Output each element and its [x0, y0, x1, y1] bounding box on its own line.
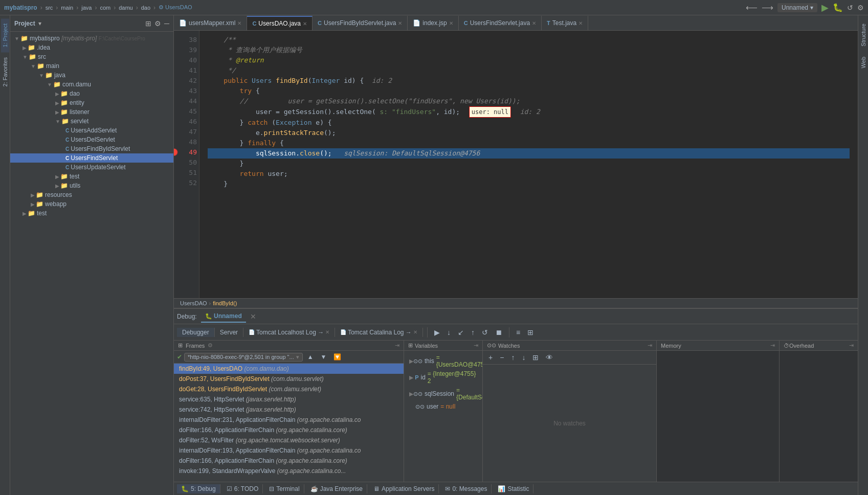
step-into-btn[interactable]: ↙	[455, 327, 466, 338]
settings-icon2[interactable]: ⚙	[154, 19, 161, 28]
tree-usersadd[interactable]: C UsersAddServlet	[10, 126, 173, 135]
tree-usersdel[interactable]: C UsersDelServlet	[10, 135, 173, 144]
close-usersdao-icon[interactable]: ✕	[303, 21, 307, 27]
tab-usersfind[interactable]: C UsersFindServlet.java ✕	[459, 16, 542, 30]
tree-main[interactable]: ▼ 📁 main	[10, 61, 173, 71]
close-findbyid-icon[interactable]: ✕	[398, 20, 402, 26]
var-this[interactable]: ▶ ⊙⊙ this = {UsersDAO@4753}	[404, 353, 482, 369]
debug-tab-unnamed[interactable]: 🐛 Unnamed	[201, 310, 246, 323]
copy-watch-btn[interactable]: ⊞	[530, 352, 541, 363]
tree-entity[interactable]: ▶ 📁 entity	[10, 98, 173, 107]
frame-item-0[interactable]: findById:49, UsersDAO (com.damu.dao)	[174, 364, 404, 374]
debug-run-button[interactable]: 🐛	[833, 3, 843, 12]
appservers-label: Application Servers	[382, 485, 434, 492]
tab-usersdao[interactable]: C UsersDAO.java ✕	[247, 16, 313, 30]
expand-sqlsession-icon[interactable]: ▶	[409, 391, 413, 397]
sidebar-item-favorites[interactable]: 2: Favorites	[1, 52, 9, 92]
status-terminal[interactable]: ⊟ Terminal	[265, 484, 304, 493]
profile-dropdown[interactable]: Unnamed ▾	[777, 3, 817, 12]
tab-tomcat-localhost[interactable]: 📄 Tomcat Localhost Log → ✕	[243, 328, 335, 337]
rerun-btn[interactable]: ↺	[479, 327, 491, 338]
frame-item-4[interactable]: service:742, HttpServlet (javax.servlet.…	[174, 404, 404, 415]
frame-down-btn[interactable]: ▼	[318, 352, 329, 362]
tree-root[interactable]: ▼ 📁 mybatispro [mybatis-pro] F:\Cache\Co…	[10, 34, 173, 43]
var-id[interactable]: ▶ P id = {Integer@4755} 2	[404, 369, 482, 386]
thread-dropdown[interactable]: *http-nio-8080-exec-9*@2,501 in group ".…	[184, 353, 303, 362]
frame-up-btn[interactable]: ▲	[305, 352, 316, 362]
frame-item-8[interactable]: internalDoFilter:193, ApplicationFilterC…	[174, 445, 404, 456]
frame-item-5[interactable]: internalDoFilter:231, ApplicationFilterC…	[174, 415, 404, 425]
step-out-btn[interactable]: ↑	[469, 327, 477, 338]
debug-toolbar: Debugger Server 📄 Tomcat Localhost Log →…	[174, 324, 858, 341]
right-tab-structure[interactable]: Structure	[859, 18, 867, 52]
frame-item-6[interactable]: doFilter:166, ApplicationFilterChain (or…	[174, 425, 404, 435]
sort-watch-down-btn[interactable]: ↓	[519, 352, 528, 363]
status-todo[interactable]: ☑ 6: TODO	[222, 484, 263, 493]
tree-usersfinbyid[interactable]: C UsersFindByIdServlet	[10, 144, 173, 153]
reload-button[interactable]: ↺	[847, 4, 853, 12]
tab-server[interactable]: Server	[215, 328, 243, 337]
frame-item-2[interactable]: doGet:28, UsersFindByIdServlet (com.damu…	[174, 384, 404, 394]
expand-id-icon[interactable]: ▶	[409, 374, 415, 381]
add-watch-btn[interactable]: +	[486, 352, 495, 363]
tree-utils[interactable]: ▶ 📁 utils	[10, 181, 173, 190]
debug-close-icon[interactable]: ✕	[250, 312, 256, 321]
minimize-icon[interactable]: ─	[164, 19, 169, 28]
stop-btn[interactable]: ⏹	[493, 327, 505, 338]
tree-test-sub[interactable]: ▶ 📁 test	[10, 172, 173, 181]
frame-item-7[interactable]: doFilter:52, WsFilter (org.apache.tomcat…	[174, 435, 404, 445]
close-test-icon[interactable]: ✕	[578, 20, 583, 26]
tree-dao[interactable]: ▶ 📁 dao	[10, 89, 173, 98]
var-user[interactable]: ⊙⊙ user = null	[404, 402, 482, 411]
tree-src[interactable]: ▼ 📁 src	[10, 52, 173, 61]
tree-idea[interactable]: ▶ 📁 .idea	[10, 43, 173, 52]
status-messages[interactable]: ✉ 0: Messages	[441, 484, 492, 493]
right-tab-web[interactable]: Web	[859, 52, 867, 73]
tree-usersfind[interactable]: C UsersFindServlet	[10, 153, 173, 163]
status-statistic[interactable]: 📊 Statistic	[494, 484, 533, 493]
brand[interactable]: mybatispro	[4, 4, 37, 11]
variables-btn[interactable]: ≡	[514, 327, 523, 338]
var-sqlsession[interactable]: ▶ ⊙⊙ sqlSession = {DefaultSqlSession@475…	[404, 386, 482, 402]
frame-item-3[interactable]: service:635, HttpServlet (javax.servlet.…	[174, 394, 404, 404]
tab-debugger[interactable]: Debugger	[177, 328, 215, 337]
frame-item-10[interactable]: invoke:199, StandardWrapperValve (org.ap…	[174, 466, 404, 476]
eye-watch-btn[interactable]: 👁	[543, 352, 555, 363]
dropdown-icon[interactable]: ▾	[38, 20, 41, 27]
status-javaenterprise[interactable]: ☕ Java Enterprise	[306, 484, 367, 493]
resume-btn[interactable]: ▶	[432, 327, 442, 338]
tab-indexjsp[interactable]: 📄 index.jsp ✕	[408, 16, 458, 30]
tree-listener[interactable]: ▶ 📁 listener	[10, 107, 173, 117]
tab-usersfindbyid[interactable]: C UsersFindByIdServlet.java ✕	[313, 16, 408, 30]
tab-tomcat-catalina[interactable]: 📄 Tomcat Catalina Log → ✕	[335, 328, 423, 337]
tree-servlet[interactable]: ▼ 📁 servlet	[10, 117, 173, 126]
frame-filter-btn[interactable]: 🔽	[331, 352, 344, 362]
tree-webapp[interactable]: ▶ 📁 webapp	[10, 199, 173, 209]
tree-usersupdate[interactable]: C UsersUpdateServlet	[10, 163, 173, 172]
tree-java[interactable]: ▼ 📁 java	[10, 71, 173, 80]
status-appservers[interactable]: 🖥 Application Servers	[369, 484, 439, 493]
close-usersfind-icon[interactable]: ✕	[532, 20, 536, 26]
sort-watch-btn[interactable]: ↑	[508, 352, 517, 363]
layout-icon[interactable]: ⊞	[145, 19, 151, 28]
settings-icon[interactable]: ⚙	[857, 4, 864, 12]
status-debug[interactable]: 🐛 5: Debug	[177, 484, 220, 493]
close-indexjsp-icon[interactable]: ✕	[449, 20, 453, 26]
tree-resources[interactable]: ▶ 📁 resources	[10, 190, 173, 199]
expand-this-icon[interactable]: ▶	[409, 358, 413, 365]
close-mapper-icon[interactable]: ✕	[237, 20, 241, 26]
tree-test-root[interactable]: ▶ 📁 test	[10, 209, 173, 218]
frame-item-1[interactable]: doPost:37, UsersFindByIdServlet (com.dam…	[174, 374, 404, 384]
run-button[interactable]: ▶	[821, 2, 829, 13]
remove-watch-btn[interactable]: −	[497, 352, 506, 363]
sidebar-item-project[interactable]: 1: Project	[1, 18, 9, 52]
code-area[interactable]: /** * 查询单个用户根据编号 * @return */ pub	[199, 31, 858, 298]
watches-layout-btn[interactable]: ⊞	[525, 327, 536, 338]
step-over-btn[interactable]: ↓	[444, 327, 453, 338]
tree-comdamu[interactable]: ▼ 📁 com.damu	[10, 80, 173, 89]
close-tomcat2[interactable]: ✕	[413, 329, 417, 335]
frame-item-9[interactable]: doFilter:166, ApplicationFilterChain (or…	[174, 456, 404, 466]
tab-test[interactable]: T Test.java ✕	[542, 16, 588, 30]
tab-usersmapper[interactable]: 📄 usersMapper.xml ✕	[174, 16, 247, 30]
close-tomcat1[interactable]: ✕	[325, 329, 329, 335]
